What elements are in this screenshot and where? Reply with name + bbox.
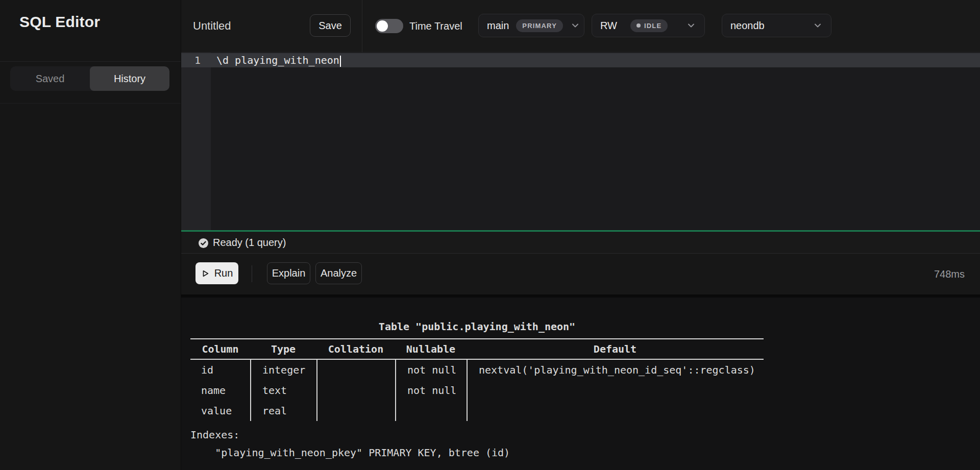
divider (0, 61, 181, 62)
time-travel-label: Time Travel (409, 0, 462, 52)
column-header: Collation (316, 339, 395, 359)
explain-button[interactable]: Explain (267, 262, 310, 284)
editor-topbar: Untitled Save Time Travel main PRIMARY R… (181, 0, 980, 53)
saved-history-tabs: Saved History (10, 66, 169, 91)
result-table: Column Type Collation Nullable Default i… (190, 338, 764, 421)
table-cell: real (250, 401, 316, 421)
divider (252, 265, 252, 282)
table-cell: nextval('playing_with_neon_id_seq'::regc… (467, 360, 764, 380)
compute-name: RW (600, 20, 617, 32)
table-cell: not null (395, 380, 467, 401)
idle-badge-label: IDLE (644, 22, 662, 30)
branch-name: main (487, 20, 509, 32)
branch-selector[interactable]: main PRIMARY (478, 14, 584, 37)
column-header: Column (190, 339, 250, 359)
save-button[interactable]: Save (310, 14, 351, 37)
result-table-title: Table "public.playing_with_neon" (190, 316, 764, 337)
check-circle-icon (198, 238, 209, 249)
divider (362, 0, 362, 52)
run-button[interactable]: Run (195, 262, 238, 284)
idle-status-badge: IDLE (630, 19, 668, 32)
table-cell: text (250, 380, 316, 401)
chevron-down-icon (570, 20, 580, 31)
line-number-gutter (181, 53, 211, 230)
indexes-label: Indexes: (190, 429, 239, 441)
code-text: \d playing_with_neon (216, 54, 339, 66)
table-cell (467, 380, 764, 401)
time-travel-toggle[interactable] (375, 19, 403, 33)
play-icon (201, 269, 210, 278)
column-header: Default (467, 339, 764, 359)
sql-code-editor[interactable]: 1 \d playing_with_neon (181, 53, 980, 230)
column-header: Type (250, 339, 316, 359)
chevron-down-icon (813, 20, 823, 31)
run-button-label: Run (214, 267, 233, 279)
primary-badge: PRIMARY (516, 19, 563, 32)
line-number: 1 (181, 53, 211, 67)
table-cell: name (190, 380, 250, 401)
status-message: Ready (1 query) (213, 232, 286, 253)
database-name: neondb (730, 20, 765, 32)
status-dot-icon (636, 23, 641, 28)
tab-history[interactable]: History (90, 66, 169, 91)
table-cell: id (190, 360, 250, 380)
table-cell (395, 401, 467, 421)
sql-editor-app: SQL Editor Saved History Untitled Save T… (0, 0, 980, 470)
divider (0, 103, 181, 104)
chevron-down-icon (686, 20, 696, 31)
compute-selector[interactable]: RW IDLE (592, 14, 705, 37)
table-cell: integer (250, 360, 316, 380)
result-table-header: Column Type Collation Nullable Default (190, 338, 764, 360)
table-cell (467, 401, 764, 421)
query-results: Table "public.playing_with_neon" Column … (181, 298, 980, 470)
result-table-body: id integer not null nextval('playing_wit… (190, 360, 764, 421)
toggle-knob (377, 20, 388, 32)
table-cell: value (190, 401, 250, 421)
table-cell: not null (395, 360, 467, 380)
code-line[interactable]: \d playing_with_neon (216, 53, 341, 67)
query-title[interactable]: Untitled (193, 0, 231, 52)
column-header: Nullable (395, 339, 467, 359)
sidebar: SQL Editor Saved History (0, 0, 181, 470)
status-bar: Ready (1 query) (181, 230, 980, 254)
table-cell (316, 380, 395, 401)
active-line[interactable]: 1 \d playing_with_neon (181, 53, 980, 67)
table-cell (316, 401, 395, 421)
text-cursor (340, 56, 341, 67)
page-title: SQL Editor (19, 13, 100, 31)
query-duration: 748ms (934, 254, 965, 294)
index-definition: "playing_with_neon_pkey" PRIMARY KEY, bt… (190, 447, 510, 459)
analyze-button[interactable]: Analyze (315, 262, 362, 284)
query-toolbar: Run Explain Analyze 748ms (181, 254, 980, 294)
database-selector[interactable]: neondb (722, 14, 831, 37)
table-cell (316, 360, 395, 380)
tab-saved[interactable]: Saved (10, 66, 90, 91)
